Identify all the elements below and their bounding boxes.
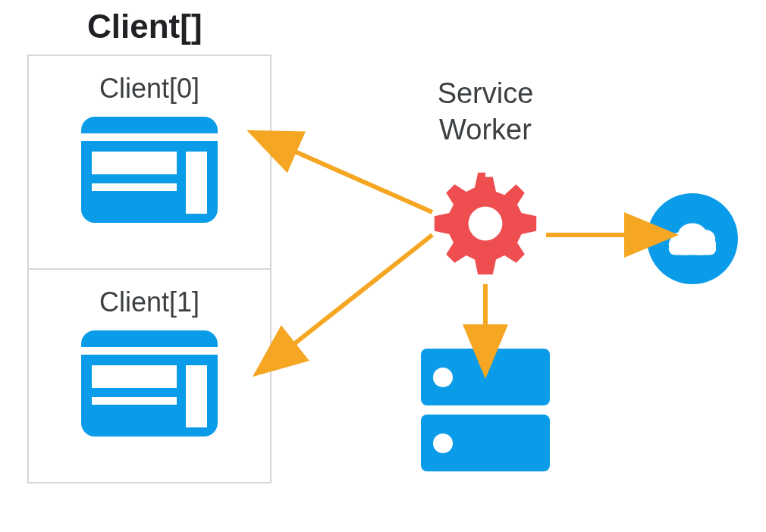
gear-icon bbox=[432, 171, 538, 277]
server-unit-bottom bbox=[421, 415, 550, 471]
sw-line1: Service Worker bbox=[438, 77, 534, 146]
svg-line-8 bbox=[288, 149, 432, 212]
client-label-1: Client[1] bbox=[99, 286, 199, 318]
service-worker-label: Service Worker bbox=[410, 76, 561, 148]
client-label-0: Client[0] bbox=[99, 73, 199, 105]
browser-window-icon bbox=[81, 117, 218, 223]
server-unit-top bbox=[421, 349, 550, 405]
client-box-1: Client[1] bbox=[27, 268, 272, 483]
svg-point-0 bbox=[469, 207, 503, 241]
clients-container: Client[0] Client[1] bbox=[27, 55, 272, 483]
server-icon bbox=[421, 349, 550, 480]
svg-rect-7 bbox=[669, 243, 716, 255]
diagram-title: Client[] bbox=[87, 8, 202, 45]
browser-window-icon bbox=[81, 330, 218, 437]
cloud-icon bbox=[647, 193, 738, 284]
client-box-0: Client[0] bbox=[27, 55, 272, 270]
arrow-sw-to-client1 bbox=[288, 235, 432, 349]
